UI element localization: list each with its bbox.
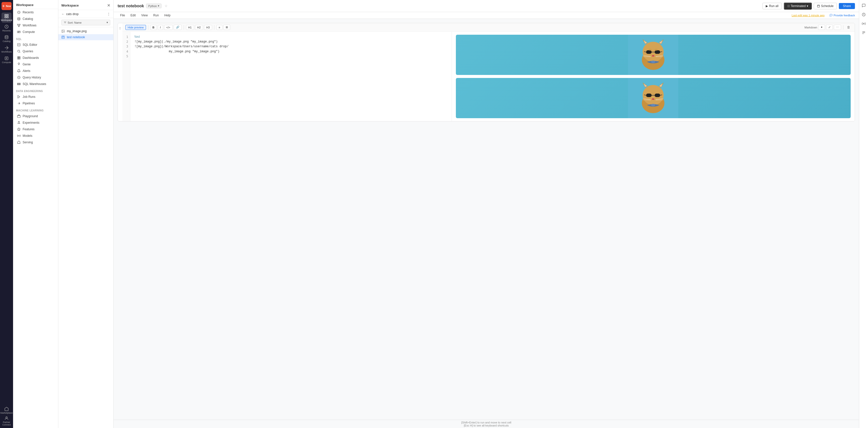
folder-name: cats drop [66, 12, 105, 16]
delete-cell-button[interactable]: 🗑 [845, 25, 852, 30]
h1-button[interactable]: H1 [186, 25, 194, 30]
sidebar-item-recents[interactable]: Recents [1, 23, 11, 33]
left-panel-serving[interactable]: Serving [14, 139, 57, 145]
right-sidebar-extensions[interactable] [860, 29, 867, 36]
ordered-list-button[interactable]: ⊞ [223, 25, 230, 30]
file-panel-close-button[interactable]: ✕ [107, 3, 110, 8]
run-all-button[interactable]: ▶ Run all [763, 3, 781, 9]
terminated-button[interactable]: Terminated ▾ [784, 2, 812, 9]
file-panel: Workspace ✕ ← cats drop ⋮ Sort: Name ▾ m… [58, 0, 114, 428]
right-sidebar [859, 0, 868, 428]
cat-image-1 [456, 35, 851, 75]
new-button[interactable]: New [1, 2, 11, 10]
left-panel-genie[interactable]: Genie [14, 61, 57, 67]
svg-rect-21 [17, 83, 20, 84]
nav-top: New Workspace Recents Catalog Workflows … [0, 2, 13, 65]
right-sidebar-chat[interactable] [860, 2, 867, 9]
left-panel-compute[interactable]: Compute [14, 29, 57, 35]
italic-button[interactable]: I [158, 25, 163, 30]
svg-rect-60 [646, 93, 652, 97]
menu-file[interactable]: File [118, 12, 127, 18]
sidebar-item-workflows[interactable]: Workflows [1, 44, 11, 54]
left-panel-recents[interactable]: Recents [14, 9, 57, 15]
python-language-badge[interactable]: Python ▾ [146, 3, 162, 8]
svg-rect-10 [18, 24, 19, 25]
left-panel-sql-warehouses[interactable]: SQL Warehouses [14, 81, 57, 87]
left-panel-dashboards[interactable]: Dashboards [14, 55, 57, 61]
expand-button[interactable]: ⤢ [826, 25, 833, 30]
left-panel-workflows[interactable]: Workflows [14, 22, 57, 28]
left-panel-catalog[interactable]: Catalog [14, 16, 57, 22]
left-panel-experiments[interactable]: Experiments [14, 120, 57, 126]
feedback-link[interactable]: Provide feedback [830, 14, 855, 17]
topbar-actions: ▶ Run all Terminated ▾ Schedule Share [763, 2, 855, 9]
file-item-notebook[interactable]: test notebook [58, 34, 113, 40]
code-content[interactable]: %md ![my_image.png](./my_image.png "my_i… [130, 32, 452, 121]
svg-rect-16 [18, 57, 19, 58]
line-numbers: 1 2 3 4 5 [122, 32, 130, 121]
schedule-button[interactable]: Schedule [814, 3, 837, 9]
drag-handle[interactable]: ⠿ [118, 23, 122, 121]
svg-point-72 [863, 23, 864, 24]
right-sidebar-settings[interactable] [860, 20, 867, 27]
left-panel-models[interactable]: Models [14, 133, 57, 139]
left-panel-title: Workspace [16, 3, 55, 7]
ai-button[interactable]: ✦ [818, 25, 825, 30]
svg-rect-3 [7, 17, 8, 18]
bold-button[interactable]: B [150, 25, 157, 30]
left-panel-sql-editor[interactable]: SQL Editor [14, 42, 57, 48]
left-panel-job-runs[interactable]: Job Runs [14, 94, 57, 100]
file-panel-title: Workspace [61, 3, 79, 7]
left-panel-features[interactable]: Features [14, 126, 57, 132]
notebook-content: ⠿ Hide preview B I </> 🔗 [114, 19, 859, 420]
nav-bottom: Marketplace Partner Connect [0, 405, 13, 426]
left-panel-playground[interactable]: Playground [14, 113, 57, 119]
cat-svg-1 [628, 35, 678, 75]
sort-button[interactable]: Sort: Name ▾ [61, 20, 110, 25]
file-list: my_image.png test notebook [58, 27, 113, 428]
svg-rect-0 [5, 14, 6, 16]
svg-rect-30 [817, 5, 819, 7]
file-item-image[interactable]: my_image.png [58, 28, 113, 34]
machine-learning-label: Machine Learning [13, 107, 58, 113]
svg-rect-14 [18, 44, 20, 46]
file-panel-more-button[interactable]: ⋮ [107, 12, 110, 16]
svg-point-7 [6, 417, 7, 418]
sidebar-item-partner-connect[interactable]: Partner Connect [1, 416, 11, 426]
menu-view[interactable]: View [139, 12, 150, 18]
sidebar-item-marketplace[interactable]: Marketplace [1, 405, 11, 416]
share-button[interactable]: Share [839, 3, 855, 9]
left-panel-pipelines[interactable]: Pipelines [14, 100, 57, 106]
menu-edit[interactable]: Edit [128, 12, 138, 18]
file-panel-back-button[interactable]: ← [61, 12, 65, 16]
svg-point-51 [655, 49, 658, 51]
unordered-list-button[interactable]: ≡ [216, 25, 222, 30]
svg-rect-18 [18, 58, 19, 59]
more-button[interactable]: ⋯ [834, 25, 841, 30]
preview-pane [452, 32, 855, 121]
svg-rect-2 [5, 17, 6, 18]
svg-rect-22 [17, 84, 20, 85]
sidebar-item-workspace[interactable]: Workspace [1, 12, 11, 23]
menu-run[interactable]: Run [151, 12, 161, 18]
link-button[interactable]: 🔗 [174, 25, 182, 30]
last-edit-link[interactable]: Last edit was 1 minute ago [792, 14, 825, 17]
h2-button[interactable]: H2 [195, 25, 203, 30]
sidebar-item-compute[interactable]: Compute [1, 55, 11, 65]
star-icon[interactable]: ☆ [165, 4, 167, 8]
left-panel-queries[interactable]: Queries [14, 48, 57, 54]
status-line-1: [Shift+Enter] to run and move to next ce… [118, 421, 855, 424]
hide-preview-button[interactable]: Hide preview [125, 25, 146, 30]
code-button[interactable]: </> [164, 25, 173, 30]
menu-help[interactable]: Help [162, 12, 173, 18]
h3-button[interactable]: H3 [204, 25, 212, 30]
file-panel-nav: ← cats drop ⋮ [58, 10, 113, 18]
left-panel-query-history[interactable]: Query History [14, 75, 57, 81]
main-area: test notebook Python ▾ ☆ ▶ Run all Termi… [114, 0, 859, 428]
left-panel-alerts[interactable]: Alerts [14, 68, 57, 74]
sidebar-item-catalog[interactable]: Catalog [1, 34, 11, 44]
notebook-title: test notebook [118, 4, 144, 8]
status-bar: [Shift+Enter] to run and move to next ce… [114, 420, 859, 428]
status-line-2: [Esc H] to see all keyboard shortcuts [118, 424, 855, 427]
right-sidebar-history[interactable] [860, 11, 867, 18]
